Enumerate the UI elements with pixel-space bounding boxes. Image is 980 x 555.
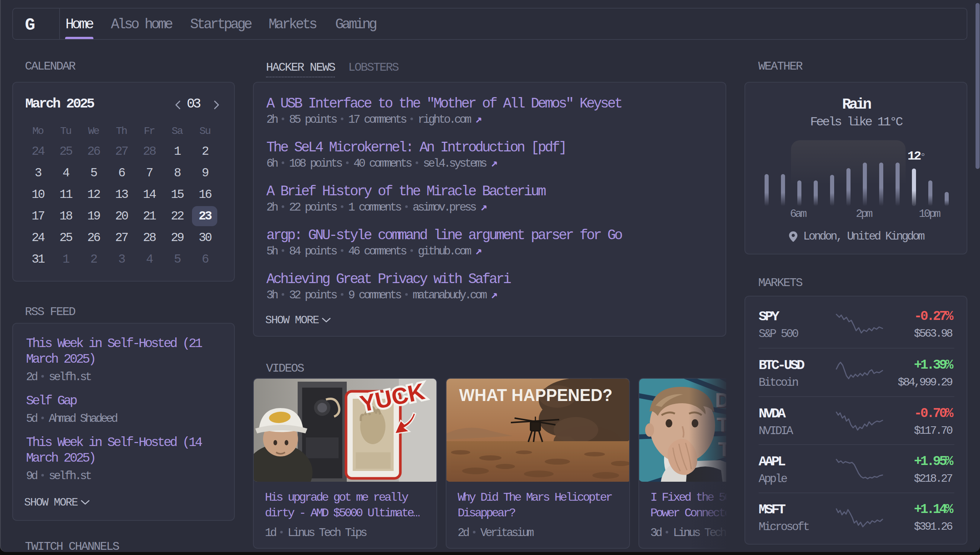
svg-text:WHAT HAPPENED?: WHAT HAPPENED? xyxy=(459,385,613,405)
